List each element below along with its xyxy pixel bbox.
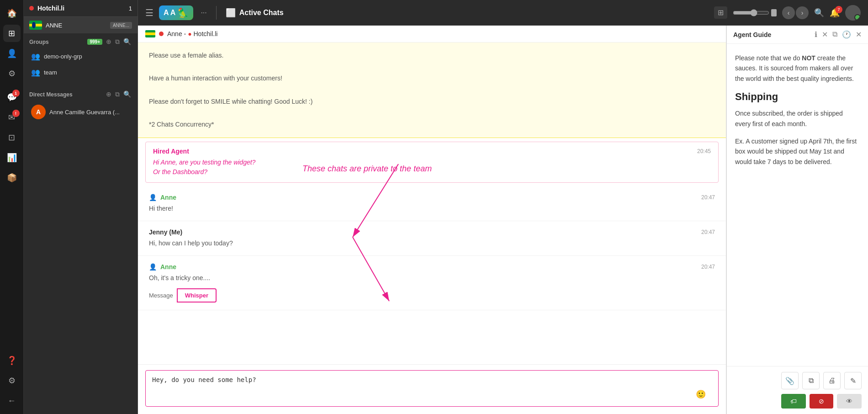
menu-icon[interactable]: ☰ [145, 7, 153, 18]
dm-avatar: A [31, 105, 46, 119]
jenny-sender-label: Jenny (Me) [149, 228, 182, 236]
rp-info-icon[interactable]: ℹ [815, 30, 817, 39]
copy-dm-icon[interactable]: ⧉ [114, 90, 121, 99]
user-avatar[interactable] [845, 5, 861, 21]
dm-title: Direct Messages [29, 91, 102, 98]
dm-section: Direct Messages ⊕ ⧉ 🔍 [24, 86, 138, 101]
chart-icon[interactable]: 📊 [3, 149, 21, 166]
shipping-text-1: Once subscribed, the order is shipped ev… [735, 108, 860, 129]
next-button[interactable]: › [796, 6, 809, 19]
search-dm-icon[interactable]: 🔍 [122, 90, 132, 99]
grid-icon[interactable]: ⊡ [3, 129, 21, 146]
layers-icon[interactable]: ⊞ [3, 25, 21, 42]
status-dot [29, 6, 34, 11]
reject-icon: ⊘ [819, 398, 824, 405]
contacts-icon[interactable]: 👤 [3, 45, 21, 62]
chat-header: Anne - ● Hotchil.li [138, 26, 726, 42]
anne-text-2: Oh, it's a tricky one.... [149, 273, 715, 283]
ellipsis-icon[interactable]: ··· [201, 9, 206, 17]
zoom-slider[interactable] [733, 9, 769, 16]
anne-badge: ANNE... [110, 22, 132, 29]
agent-guide-title: Agent Guide [733, 31, 811, 38]
message-input[interactable] [145, 370, 719, 407]
layout-toggle-button[interactable]: ⊞ [714, 6, 727, 19]
logo-text: A A [164, 9, 175, 17]
annotation-text: These chats are private to the team [302, 164, 432, 174]
emoji-icon[interactable]: 🙂 [696, 389, 706, 399]
back-arrow-icon[interactable]: ← [3, 392, 21, 409]
chat-badge: 1 [12, 90, 20, 97]
chat-main: Anne - ● Hotchil.li Please use a female … [138, 26, 726, 414]
slider-handle [771, 9, 777, 16]
anne-user-icon: 👤 [149, 194, 157, 201]
groups-title: Groups [29, 39, 85, 45]
info-text: Please use a female alias. Have a human … [149, 50, 715, 130]
topbar-right: ⊞ ‹ › 🔍 🔔 7 [714, 5, 861, 21]
help-icon[interactable]: ❓ [3, 352, 21, 369]
active-chats-section: ⬜ Active Chats [226, 8, 284, 18]
settings-icon[interactable]: ⚙ [3, 372, 21, 389]
group-name-team: team [44, 69, 57, 76]
reject-button[interactable]: ⊘ [810, 394, 833, 409]
anne-label: ANNE [46, 22, 106, 29]
input-wrapper: 🙂 [145, 370, 719, 409]
email-icon[interactable]: ✉ ! [3, 109, 21, 126]
anne-text-1: Hi there! [149, 204, 715, 213]
info-banner: Please use a female alias. Have a human … [138, 42, 726, 138]
notif-badge: 7 [835, 6, 842, 13]
chat-tab-icon: ⬜ [226, 8, 236, 18]
slider-container [733, 9, 777, 16]
hide-button[interactable]: 👁 [837, 394, 862, 409]
msg-anne-2: 👤 Anne 20:47 Oh, it's a tricky one.... M… [138, 256, 726, 310]
accept-icon: 🏷 [790, 398, 797, 405]
jenny-text: Hi, how can I help you today? [149, 239, 715, 248]
tab-row: Message Whisper [149, 288, 715, 303]
jenny-time: 20:47 [701, 229, 715, 235]
msg-anne-1: 👤 Anne 20:47 Hi there! [138, 186, 726, 221]
box-icon[interactable]: 📦 [3, 169, 21, 186]
divider [216, 6, 217, 20]
rp-icons: ℹ ✕ ⧉ 🕐 ✕ [815, 30, 862, 39]
copy-group-icon[interactable]: ⧉ [114, 37, 121, 47]
right-panel-content: Please note that we do NOT create the sa… [727, 44, 868, 366]
search-icon[interactable]: 🔍 [814, 8, 824, 18]
chat-icon[interactable]: 💬 1 [3, 89, 21, 106]
sidebar-header: Hotchil.li 1 [24, 0, 138, 17]
accept-button[interactable]: 🏷 [781, 394, 806, 409]
add-group-icon[interactable]: ⊕ [105, 37, 112, 47]
rp-x-icon[interactable]: ✕ [856, 30, 862, 39]
anne-item[interactable]: ANNE ANNE... [24, 17, 138, 33]
group-item-demo[interactable]: 👥 demo-only-grp [24, 48, 138, 64]
sidebar-count: 1 [129, 5, 132, 12]
copy-button[interactable]: ⧉ [802, 372, 820, 389]
rp-clock-icon[interactable]: 🕐 [842, 30, 851, 39]
chat-header-status [159, 32, 164, 36]
filter-icon[interactable]: ⚙ [3, 65, 21, 82]
paperclip-button[interactable]: 📎 [781, 372, 799, 389]
email-badge: ! [12, 110, 20, 117]
group-icon-team: 👥 [31, 68, 40, 77]
search-group-icon[interactable]: 🔍 [122, 37, 132, 47]
hide-icon: 👁 [846, 398, 852, 405]
dm-item[interactable]: A Anne Camille Guevarra (... [24, 101, 138, 123]
main-content: ☰ A A 🦜 ··· ⬜ Active Chats ⊞ ‹ › 🔍 🔔 7 [138, 0, 868, 414]
rp-intro-text: Please note that we do NOT create the sa… [735, 53, 860, 84]
whisper-tab[interactable]: Whisper [177, 288, 217, 303]
groups-badge: 999+ [87, 39, 102, 45]
sidebar-username: Hotchil.li [37, 5, 125, 12]
add-dm-icon[interactable]: ⊕ [105, 90, 112, 99]
rp-expand-icon[interactable]: ⧉ [832, 30, 837, 39]
hired-agent-text: Hi Anne, are you testing the widget? Or … [153, 158, 711, 177]
notifications-icon[interactable]: 🔔 7 [830, 8, 840, 18]
msg-hired-agent: Hired Agent 20:45 Hi Anne, are you testi… [145, 142, 719, 183]
print-button[interactable]: 🖨 [823, 372, 841, 389]
home-icon[interactable]: 🏠 [3, 5, 21, 22]
prev-button[interactable]: ‹ [782, 6, 795, 19]
edit-button[interactable]: ✎ [844, 372, 862, 389]
anne-time-2: 20:47 [701, 264, 715, 270]
rp-close-icon[interactable]: ✕ [822, 30, 828, 39]
action-buttons: 🏷 ⊘ 👁 [733, 394, 862, 409]
shipping-title: Shipping [735, 91, 860, 103]
group-item-team[interactable]: 👥 team [24, 64, 138, 80]
anne-time-1: 20:47 [701, 194, 715, 201]
